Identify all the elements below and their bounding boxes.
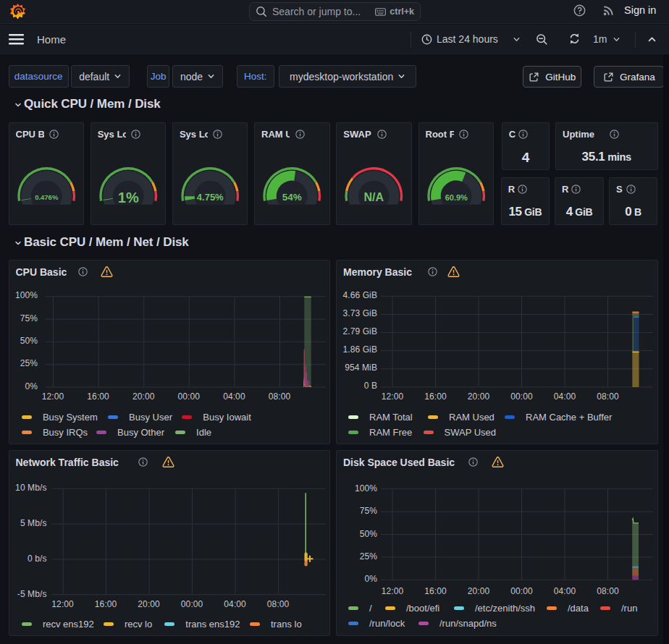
svg-text:0.476%: 0.476%	[35, 193, 59, 201]
svg-text:1%: 1%	[117, 189, 138, 205]
svg-text:N/A: N/A	[364, 191, 384, 203]
svg-text:54%: 54%	[282, 192, 302, 203]
svg-text:4.75%: 4.75%	[197, 192, 224, 203]
svg-text:60.9%: 60.9%	[445, 192, 467, 201]
